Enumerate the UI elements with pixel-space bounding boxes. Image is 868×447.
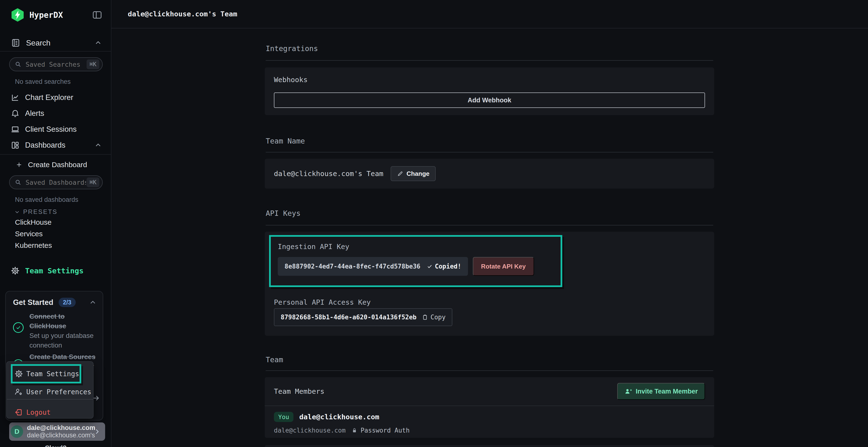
collapse-sidebar-icon[interactable]	[92, 9, 103, 21]
laptop-icon	[10, 125, 20, 134]
team-header: Team	[266, 355, 283, 364]
step-title: Connect to ClickHouse	[29, 313, 66, 330]
step-description: Set up your database connection	[29, 332, 94, 349]
personal-key-label: Personal API Access Key	[274, 298, 371, 306]
team-settings-link-label: Team Settings	[25, 266, 84, 275]
preset-clickhouse[interactable]: ClickHouse	[15, 218, 52, 227]
team-members-label: Team Members	[274, 387, 324, 396]
no-saved-searches-note: No saved searches	[15, 78, 71, 85]
section-divider	[266, 60, 713, 61]
get-started-step-1[interactable]: Connect to ClickHouse Set up your databa…	[29, 312, 97, 350]
presets-label: PRESETS	[23, 208, 57, 215]
integrations-header: Integrations	[266, 44, 318, 53]
change-team-name-button[interactable]: Change	[391, 166, 436, 181]
section-divider	[266, 370, 713, 371]
user-gear-icon	[14, 387, 24, 396]
chevron-up-icon[interactable]	[89, 299, 97, 307]
menu-item-user-preferences[interactable]: User Preferences	[14, 386, 91, 397]
sidebar-section-search[interactable]: Search	[0, 36, 111, 50]
sidebar: HyperDX Search	[0, 0, 112, 447]
sidebar-item-alerts[interactable]: Alerts	[0, 108, 111, 119]
topbar: dale@clickhouse.com's Team	[112, 0, 868, 28]
personal-key-chip[interactable]: 87982668-58b1-4d6e-a620-014a136f52eb Cop…	[274, 308, 452, 326]
add-webhook-button[interactable]: Add Webhook	[274, 93, 705, 108]
menu-item-label: User Preferences	[26, 388, 91, 396]
step-complete-check-icon	[13, 322, 24, 333]
sidebar-divider	[0, 154, 111, 154]
sidebar-divider	[0, 51, 111, 51]
get-started-progress-badge: 2/3	[59, 298, 76, 307]
saved-searches-shortcut: ⌘K	[87, 60, 99, 69]
lock-icon	[351, 427, 358, 434]
logout-icon	[14, 408, 24, 417]
invite-team-member-button[interactable]: Invite Team Member	[617, 383, 705, 400]
chevron-up-icon[interactable]	[94, 39, 102, 47]
check-icon	[427, 264, 433, 269]
search-section-label: Search	[26, 38, 94, 47]
preset-kubernetes[interactable]: Kubernetes	[15, 241, 52, 249]
hyperdx-logo-icon	[10, 8, 25, 22]
step-title: Create Data Sources	[29, 353, 95, 360]
user-plus-icon	[624, 387, 632, 395]
next-card-sliver	[265, 445, 714, 447]
presets-toggle[interactable]: PRESETS	[14, 208, 57, 215]
sidebar-item-chart-explorer[interactable]: Chart Explorer	[0, 92, 111, 103]
dashboards-icon	[10, 141, 20, 150]
rotate-api-key-button[interactable]: Rotate API Key	[473, 257, 534, 276]
get-started-title: Get Started	[13, 298, 53, 307]
saved-dashboards-input[interactable]: ⌘K	[9, 175, 103, 189]
section-divider	[266, 225, 713, 226]
plus-icon	[16, 161, 23, 168]
member-email: dale@clickhouse.com	[299, 413, 379, 421]
chevron-up-icon[interactable]	[94, 141, 102, 149]
api-keys-card: Ingestion API Key 8e887902-4ed7-44ea-8fe…	[265, 232, 714, 336]
brand-name: HyperDX	[29, 10, 92, 20]
copy-button-label: Copy	[431, 314, 446, 321]
saved-dashboards-field[interactable]	[25, 178, 87, 186]
annotation-box-team-settings: Team Settings	[11, 364, 81, 383]
menu-item-label: Logout	[26, 409, 51, 416]
personal-key-value: 87982668-58b1-4d6e-a620-014a136f52eb	[281, 314, 416, 321]
sidebar-item-label: Client Sessions	[25, 125, 102, 134]
bell-icon	[10, 109, 20, 118]
chevron-right-icon	[93, 427, 101, 436]
sidebar-item-dashboards[interactable]: Dashboards	[0, 139, 111, 151]
saved-searches-input[interactable]: ⌘K	[9, 57, 103, 71]
avatar: D	[10, 425, 23, 438]
sidebar-item-client-sessions[interactable]: Client Sessions	[0, 124, 111, 135]
gear-icon	[14, 369, 24, 378]
gear-icon	[10, 266, 20, 275]
team-name-header: Team Name	[266, 137, 305, 145]
ingestion-key-chip[interactable]: 8e887902-4ed7-44ea-8fec-f47cd578be36 Cop…	[278, 257, 468, 276]
ingestion-key-label: Ingestion API Key	[278, 243, 561, 251]
team-name-value: dale@clickhouse.com's Team	[274, 170, 383, 178]
team-member-row: You dale@clickhouse.com dale@clickhouse.…	[265, 406, 714, 434]
invite-button-label: Invite Team Member	[636, 388, 698, 395]
sidebar-team-settings-link[interactable]: Team Settings	[0, 265, 111, 276]
saved-searches-field[interactable]	[25, 61, 87, 68]
saved-dashboards-shortcut: ⌘K	[87, 177, 99, 187]
create-dashboard-label: Create Dashboard	[28, 161, 102, 169]
settings-content: Integrations Webhooks Add Webhook Team N…	[266, 28, 713, 447]
menu-item-team-settings[interactable]: Team Settings	[14, 367, 81, 381]
clipboard-icon	[422, 314, 428, 320]
preset-services[interactable]: Services	[15, 230, 43, 238]
copied-label: Copied!	[435, 263, 462, 270]
search-icon	[14, 61, 22, 68]
menu-item-label: Team Settings	[26, 370, 79, 378]
menu-item-logout[interactable]: Logout	[14, 407, 51, 418]
member-email-secondary: dale@clickhouse.com	[274, 427, 345, 434]
user-account-chip[interactable]: D dale@clickhouse.com dale@clickhouse.co…	[9, 422, 105, 441]
main-area: dale@clickhouse.com's Team Integrations …	[112, 0, 868, 447]
section-divider	[266, 152, 713, 152]
team-members-card: Team Members Invite Team Member	[265, 377, 714, 438]
change-button-label: Change	[406, 170, 429, 177]
sidebar-item-label: Alerts	[25, 109, 102, 118]
app-window: HyperDX Search	[0, 0, 868, 447]
create-dashboard-button[interactable]: Create Dashboard	[0, 160, 111, 170]
pencil-icon	[397, 170, 404, 177]
page-title: dale@clickhouse.com's Team	[128, 10, 237, 18]
member-auth-method: Password Auth	[361, 427, 410, 434]
promo-text-clipped: Cloud?	[0, 444, 112, 447]
account-popup-menu: Team Settings User Preferences	[6, 361, 94, 419]
